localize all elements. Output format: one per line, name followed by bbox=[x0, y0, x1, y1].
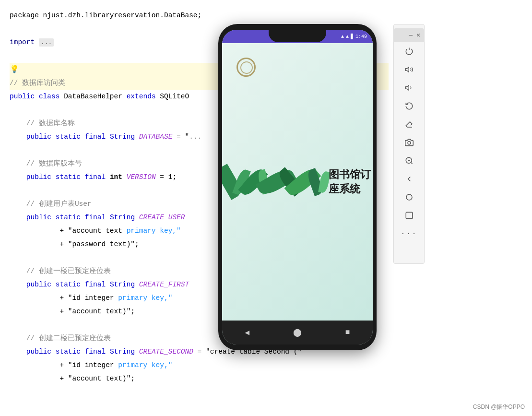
svg-marker-0 bbox=[405, 67, 409, 72]
svg-line-4 bbox=[411, 162, 412, 164]
wifi-icon: ▲ bbox=[341, 34, 344, 39]
emulator-sidebar: — ✕ bbox=[393, 24, 425, 264]
watermark: CSDN @振华OPPO bbox=[473, 403, 525, 411]
eraser-button[interactable] bbox=[400, 116, 419, 133]
status-icons: ▲ ▲ ▊ 1:49 bbox=[341, 34, 367, 39]
account3-line: + "account text)"; bbox=[10, 372, 389, 385]
time-display: 1:49 bbox=[355, 34, 367, 39]
minimize-button[interactable]: — bbox=[409, 32, 413, 39]
power-button[interactable] bbox=[400, 43, 419, 60]
app-title: 图书馆订座系统 bbox=[329, 167, 373, 196]
camera-button[interactable] bbox=[400, 134, 419, 151]
volume-up-button[interactable] bbox=[400, 61, 419, 78]
spiral-decor bbox=[236, 58, 256, 77]
home-button[interactable]: ⬤ bbox=[292, 327, 303, 338]
phone-notch bbox=[269, 30, 326, 42]
phone-screen: ▲ ▲ ▊ 1:49 图书馆订座系统 bbox=[222, 30, 373, 345]
package-line: package njust.dzh.libraryreservation.Dat… bbox=[10, 9, 389, 22]
rotate-button[interactable] bbox=[400, 97, 419, 115]
import-dots: ... bbox=[39, 38, 54, 47]
volume-down-button[interactable] bbox=[400, 79, 419, 96]
svg-marker-1 bbox=[405, 85, 409, 91]
more-button[interactable]: ··· bbox=[400, 225, 419, 242]
phone-nav-bar[interactable]: ◀ ⬤ ■ bbox=[222, 321, 373, 345]
app-content: 图书馆订座系统 bbox=[222, 43, 373, 321]
svg-point-2 bbox=[408, 142, 411, 144]
close-button[interactable]: ✕ bbox=[416, 31, 420, 39]
svg-point-6 bbox=[406, 194, 412, 200]
sidebar-header: — ✕ bbox=[394, 28, 424, 42]
home-nav-button[interactable] bbox=[400, 189, 419, 206]
battery-icon: ▊ bbox=[351, 34, 354, 39]
svg-rect-7 bbox=[406, 212, 413, 219]
recents-button[interactable]: ■ bbox=[342, 327, 354, 338]
back-nav-button[interactable] bbox=[400, 170, 419, 188]
back-button[interactable]: ◀ bbox=[241, 327, 253, 338]
phone-emulator: ▲ ▲ ▊ 1:49 图书馆订座系统 bbox=[218, 24, 377, 350]
id-integer2-line: + "id integer primary key," bbox=[10, 358, 389, 372]
recents-nav-button[interactable] bbox=[400, 207, 419, 224]
bulb-icon: 💡 bbox=[10, 65, 19, 74]
zoom-button[interactable] bbox=[400, 152, 419, 169]
phone-body: ▲ ▲ ▊ 1:49 图书馆订座系统 bbox=[218, 24, 377, 350]
signal-icon: ▲ bbox=[346, 34, 349, 39]
